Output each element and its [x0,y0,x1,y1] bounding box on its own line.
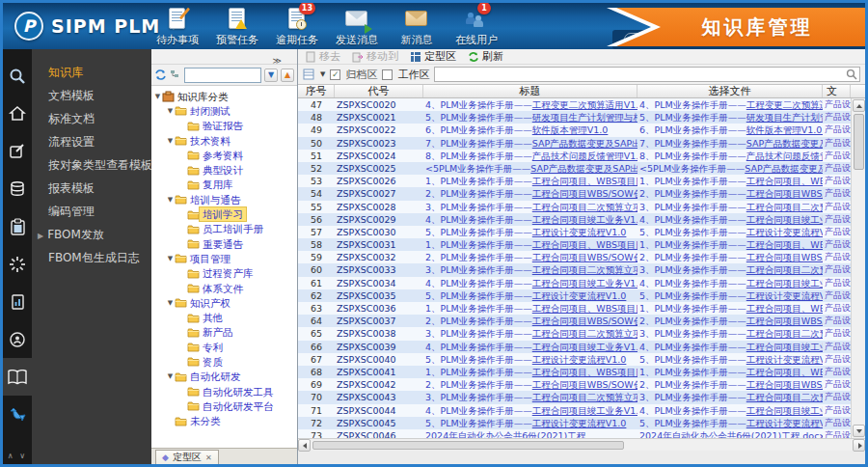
table-row[interactable]: 72ZSPXSC00455、PLM业务操作手册——工程设计变更流程V1.05、P… [298,417,851,429]
horizontal-scrollbar[interactable] [298,438,865,451]
tree-item[interactable]: ▼知识库分类 [153,89,297,103]
close-icon[interactable]: ✕ [205,453,212,462]
table-row[interactable]: 57ZSPXSC00305、PLM业务操作手册——工程设计变更流程V1.05、P… [298,226,851,238]
online-users-button[interactable]: 1 在线用户 [447,7,506,47]
column-header-file[interactable]: 选择文件 [637,85,823,97]
tree-item[interactable]: 过程资产库 [153,266,297,281]
tree-collapse-arrow-icon[interactable]: ▼ [166,372,175,380]
workspace-checkbox[interactable] [382,69,393,80]
broadcast-icon[interactable] [3,320,32,358]
tree-item-label[interactable]: 自动化研发 [187,370,244,383]
tree-item[interactable]: 复用库 [153,178,297,192]
finalize-area-button[interactable]: 定型区 [410,49,456,64]
tree-item[interactable]: 新产品 [153,325,297,340]
column-header-title[interactable]: 标题 [423,85,637,97]
tree-item-label[interactable]: 项目管理 [187,252,233,265]
tree-collapse-arrow-icon[interactable]: ▼ [166,196,175,204]
edit-icon[interactable] [3,132,32,170]
archive-area-label[interactable]: 归档区 [345,68,377,82]
tree-item-label[interactable]: 资质 [200,355,226,369]
sidebar-item[interactable]: 标准文档 [32,107,151,130]
table-row[interactable]: 56ZSPXSC00294、PLM业务操作手册——工程合同项目竣工业务V1.04… [298,213,851,226]
sidebar-item[interactable]: FBOM包生成日志 [32,246,151,269]
report-icon[interactable] [3,283,32,320]
tree-item-label[interactable]: 验证报告 [200,119,246,132]
tree-item[interactable]: 其他 [153,310,297,324]
tree-item[interactable]: ▼封闭测试 [153,103,297,118]
table-row[interactable]: 50ZSPXSC00237、PLM业务操作手册——SAP产品数据变更及SAP出厂… [298,137,851,150]
tree-item-label[interactable]: 未分类 [187,414,224,427]
table-row[interactable]: 73ZSPXSC00462024年自动化办公会共6份(2021)工程2024年自… [298,429,851,438]
table-row[interactable]: 62ZSPXSC00355、PLM业务操作手册——工程设计变更流程V1.05、P… [298,289,851,302]
table-row[interactable]: 66ZSPXSC00394、PLM业务操作手册——工程合同项目竣工业务V1.04… [298,341,851,353]
sidebar-item[interactable]: 报表模板 [32,177,151,200]
sidebar-item[interactable]: 流程设置 [32,130,151,153]
spinner-icon[interactable] [3,245,32,283]
overdue-task-button[interactable]: 13 逾期任务 [267,7,327,47]
tree-item-label[interactable]: 培训与通告 [187,193,244,206]
column-header-category[interactable]: 文 [823,85,851,97]
sidebar-item[interactable]: 编码管理 [32,200,151,223]
tree-item[interactable]: 资质 [153,354,297,369]
table-row[interactable]: 59ZSPXSC00322、PLM业务操作手册——工程合同项目WBS/SOW创建… [298,251,851,263]
column-header-code[interactable]: 代号 [335,85,423,97]
tree-search-up-button[interactable]: ▲ [281,69,294,82]
tree-item[interactable]: 未分类 [153,414,297,428]
tree-item[interactable]: ▼知识产权 [153,295,297,310]
table-search-input[interactable] [434,67,860,82]
tree-item-label[interactable]: 员工培训手册 [200,222,266,235]
undo-arrow-icon[interactable] [3,396,32,433]
tree-item[interactable]: ▼项目管理 [153,251,297,265]
table-row[interactable]: 69ZSPXSC00422、PLM业务操作手册——工程合同项目WBS/SOW创建… [298,378,851,391]
tree-item[interactable]: 培训学习 [153,206,297,221]
scroll-left-icon[interactable] [298,439,311,452]
table-row[interactable]: 52ZSPXSC0025<5PLM业务操作手册——SAP产品数据变更及SAP出厂… [298,162,851,175]
clipboard-icon[interactable] [3,207,32,245]
scroll-right-icon[interactable] [853,439,865,452]
tree-item-label[interactable]: 过程资产库 [200,266,257,280]
home-icon[interactable] [3,95,32,132]
tree-refresh-icon[interactable] [154,69,167,81]
table-row[interactable]: 63ZSPXSC00361、PLM业务操作手册——工程合同项目、WBS项目日常.… [298,302,851,315]
table-row[interactable]: 49ZSPXSC00226、PLM业务操作手册——软件版本管理V1.06、PLM… [298,124,851,136]
tree-item-label[interactable]: 技术资料 [187,134,233,148]
search-icon[interactable] [846,69,857,80]
tree-item-label[interactable]: 培训学习 [200,207,246,221]
workspace-label[interactable]: 工作区 [397,68,429,82]
tree-item[interactable]: 自动化研发平台 [153,398,297,413]
sidebar-item[interactable]: 按对象类型查看模板 [32,153,151,177]
table-row[interactable]: 67ZSPXSC00405、PLM业务操作手册——工程设计变更流程V1.05、P… [298,353,851,366]
vertical-scrollbar[interactable] [851,98,865,438]
tree-item-label[interactable]: 知识产权 [187,296,233,310]
table-row[interactable]: 65ZSPXSC00383、PLM业务操作手册——工程合同项目二次预算立项·工.… [298,327,851,340]
tree-item-label[interactable]: 自动化研发工具 [200,385,277,398]
tree-item[interactable]: 验证报告 [153,119,297,133]
scroll-down-icon[interactable] [853,425,865,437]
table-row[interactable]: 51ZSPXSC00248、PLM业务操作手册——产品技术问题反馈管理V1.08… [298,150,851,162]
table-row[interactable]: 55ZSPXSC00283、PLM业务操作手册——工程合同项目二次预算立项·工.… [298,201,851,213]
tree-item-label[interactable]: 参考资料 [200,149,246,162]
table-row[interactable]: 48ZSPXSC00215、PLM业务操作手册——研发项目生产计划管理与相配..… [298,111,851,124]
tree-item-label[interactable]: 知识库分类 [175,90,231,103]
vertical-scroll-thumb[interactable] [854,114,864,170]
table-row[interactable]: 54ZSPXSC00272、PLM业务操作手册——工程合同项目WBS/SOW创建… [298,187,851,200]
tree-item-label[interactable]: 体系文件 [200,282,246,295]
tree-item[interactable]: 参考资料 [153,148,297,162]
send-message-button[interactable]: 发送消息 [327,7,387,47]
remove-button[interactable]: 移去 [306,49,340,64]
sidebar-item[interactable]: ▶FBOM发放 [32,223,151,246]
tree-search-down-button[interactable]: ▼ [264,69,278,82]
tree-item[interactable]: ▼培训与通告 [153,192,297,206]
tree-collapse-arrow-icon[interactable]: ▼ [166,137,175,145]
tree-item[interactable]: 专利 [153,340,297,354]
tree-item-label[interactable]: 典型设计 [200,163,246,177]
view-mode-caret-icon[interactable]: ▼ [320,70,325,78]
finalize-area-tab[interactable]: ◆ 定型区 ✕ [155,450,219,464]
tree-item-label[interactable]: 封闭测试 [187,104,233,118]
tree-item[interactable]: 员工培训手册 [153,222,297,236]
sidebar-item[interactable]: 文档模板 [32,84,151,107]
strip-scroll-chevrons[interactable]: ∧ ∨ [8,452,27,460]
sidebar-item[interactable]: 知识库 [32,61,151,84]
tree-item-label[interactable]: 专利 [200,341,226,354]
expand-arrow-icon[interactable]: ▶ [38,232,43,240]
